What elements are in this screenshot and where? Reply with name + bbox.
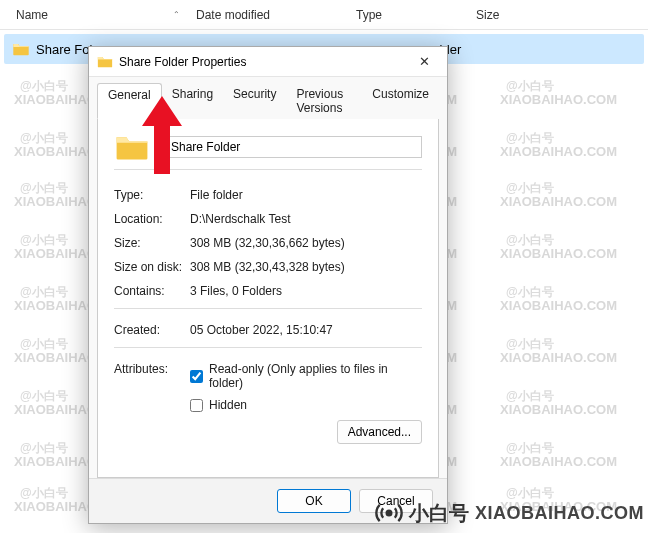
column-size[interactable]: Size — [468, 0, 568, 29]
dialog-titlebar[interactable]: Share Folder Properties ✕ — [89, 47, 447, 77]
watermark-text: @小白号 — [20, 388, 68, 405]
watermark-text: @小白号 — [506, 232, 554, 249]
watermark-text: XIAOBAIHAO.COM — [500, 454, 617, 469]
label-created: Created: — [114, 323, 190, 337]
label-hidden: Hidden — [209, 398, 247, 412]
explorer-columns-header: Name ⌃ Date modified Type Size — [0, 0, 648, 30]
properties-dialog: Share Folder Properties ✕ General Sharin… — [88, 46, 448, 524]
ok-button[interactable]: OK — [277, 489, 351, 513]
dialog-button-row: OK Cancel — [89, 478, 447, 523]
watermark-text: @小白号 — [506, 130, 554, 147]
tab-previous-versions[interactable]: Previous Versions — [286, 83, 362, 119]
watermark-text: @小白号 — [20, 78, 68, 95]
value-created: 05 October 2022, 15:10:47 — [190, 323, 422, 337]
label-type: Type: — [114, 188, 190, 202]
column-name-label: Name — [16, 8, 48, 22]
label-size: Size: — [114, 236, 190, 250]
watermark-text: XIAOBAIHAO.COM — [500, 402, 617, 417]
checkbox-readonly[interactable] — [190, 370, 203, 383]
watermark-text: XIAOBAIHAO.COM — [500, 350, 617, 365]
dialog-tabs: General Sharing Security Previous Versio… — [89, 77, 447, 119]
column-date[interactable]: Date modified — [188, 0, 348, 29]
watermark-text: @小白号 — [506, 388, 554, 405]
watermark-text: @小白号 — [20, 485, 68, 502]
tab-sharing[interactable]: Sharing — [162, 83, 223, 119]
watermark-text: @小白号 — [20, 284, 68, 301]
label-location: Location: — [114, 212, 190, 226]
watermark-text: XIAOBAIHAO.COM — [500, 144, 617, 159]
watermark-text: XIAOBAIHAO.COM — [500, 92, 617, 107]
folder-name-input[interactable] — [164, 136, 422, 158]
tab-customize[interactable]: Customize — [362, 83, 439, 119]
folder-row-name: Share Fol — [36, 42, 92, 57]
divider — [114, 308, 422, 309]
folder-icon — [12, 42, 30, 56]
value-type: File folder — [190, 188, 422, 202]
close-button[interactable]: ✕ — [409, 54, 439, 69]
divider — [114, 347, 422, 348]
watermark-text: @小白号 — [506, 78, 554, 95]
watermark-text: @小白号 — [506, 440, 554, 457]
watermark-text: @小白号 — [506, 336, 554, 353]
watermark-text: @小白号 — [506, 485, 554, 502]
label-readonly: Read-only (Only applies to files in fold… — [209, 362, 422, 390]
folder-icon — [97, 55, 113, 68]
value-size: 308 MB (32,30,36,662 bytes) — [190, 236, 422, 250]
watermark-text: @小白号 — [20, 336, 68, 353]
label-size-on-disk: Size on disk: — [114, 260, 190, 274]
watermark-text: @小白号 — [506, 180, 554, 197]
watermark-text: @小白号 — [20, 232, 68, 249]
watermark-text: @小白号 — [20, 180, 68, 197]
tab-general-content: Type:File folder Location:D:\Nerdschalk … — [97, 119, 439, 478]
checkbox-hidden[interactable] — [190, 399, 203, 412]
advanced-button[interactable]: Advanced... — [337, 420, 422, 444]
tab-general[interactable]: General — [97, 83, 162, 119]
value-size-on-disk: 308 MB (32,30,43,328 bytes) — [190, 260, 422, 274]
value-location: D:\Nerdschalk Test — [190, 212, 422, 226]
watermark-text: XIAOBAIHAO.COM — [500, 298, 617, 313]
value-contains: 3 Files, 0 Folders — [190, 284, 422, 298]
cancel-button[interactable]: Cancel — [359, 489, 433, 513]
watermark-text: @小白号 — [20, 440, 68, 457]
folder-icon-large — [114, 133, 150, 161]
watermark-text: XIAOBAIHAO.COM — [500, 246, 617, 261]
dialog-title: Share Folder Properties — [119, 55, 409, 69]
watermark-text: XIAOBAIHAO.COM — [500, 499, 617, 514]
label-attributes: Attributes: — [114, 362, 190, 444]
label-contains: Contains: — [114, 284, 190, 298]
watermark-text: @小白号 — [20, 130, 68, 147]
watermark-text: XIAOBAIHAO.COM — [500, 194, 617, 209]
sort-arrow-icon: ⌃ — [173, 10, 180, 19]
watermark-text: @小白号 — [506, 284, 554, 301]
tab-security[interactable]: Security — [223, 83, 286, 119]
column-name[interactable]: Name ⌃ — [8, 0, 188, 29]
column-type[interactable]: Type — [348, 0, 468, 29]
